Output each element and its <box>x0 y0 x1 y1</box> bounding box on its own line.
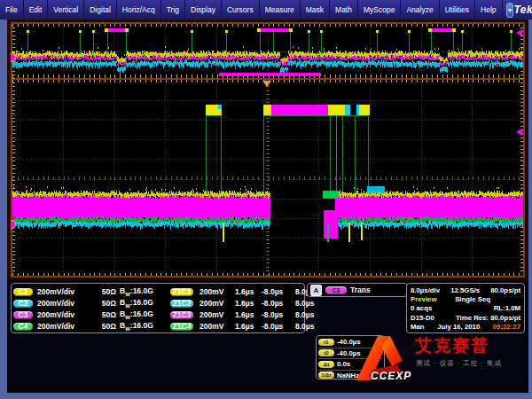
channel-badge-c2[interactable]: C2 <box>13 300 33 308</box>
cursor-readout-box: t1 -40.0µs t2 -40.0µs Δt 0.0s 1/Δt NaNHz <box>316 335 385 379</box>
channel-row-c3: C3 200mV/div 50Ω BW:16.0G Z1C3 200mV 1.6… <box>12 309 304 320</box>
zoom-end: 8.0µs <box>295 310 322 319</box>
zoom-end: 8.0µs <box>295 299 322 308</box>
zoom-end: 8.0µs <box>295 322 322 331</box>
trigger-type-label: Trans <box>350 286 371 294</box>
menu-horiz-acq[interactable]: Horiz/Acq <box>117 0 161 20</box>
zoom-timebase: 1.6µs <box>235 310 262 319</box>
resolution: 80.0ps/pt <box>490 286 520 294</box>
channel-scale: 200mV/div <box>37 287 93 296</box>
menu-display[interactable]: Display <box>185 0 222 20</box>
menu-edit[interactable]: Edit <box>24 0 49 20</box>
menu-cursors[interactable]: Cursors <box>222 0 260 20</box>
tek-logo: Tek <box>513 4 532 16</box>
channel-scale: 200mV/div <box>37 310 93 319</box>
zoom-start: -8.0µs <box>262 322 295 331</box>
channel-badge-c3[interactable]: C3 <box>13 311 33 319</box>
sample-rate: 12.5GS/s <box>450 286 480 294</box>
cursor-row-1dt: 1/Δt NaNHz <box>318 371 382 381</box>
zoom-timebase: 1.6µs <box>235 299 262 308</box>
menu-math[interactable]: Math <box>330 0 358 20</box>
menu-myscope[interactable]: MyScope <box>358 0 401 20</box>
trigger-source-badge[interactable]: C3 <box>325 286 347 294</box>
timebase-row-4: D15-D0 Time Res: 80.0ps/pt <box>411 313 520 322</box>
timebase-readout-box: 8.0µs/div 12.5GS/s 80.0ps/pt Preview Sin… <box>406 283 525 333</box>
channel-impedance: 50Ω <box>93 310 120 319</box>
cursor-dt-badge[interactable]: Δt <box>318 361 334 368</box>
channel-bandwidth: BW:16.0G <box>120 298 170 309</box>
timebase-row-1: 8.0µs/div 12.5GS/s 80.0ps/pt <box>411 286 520 294</box>
readout-panel: C1 200mV/div 50Ω BW:16.0G Z1C1 200mV 1.6… <box>7 280 528 393</box>
acquisition-status: Preview <box>411 295 436 303</box>
menu-help[interactable]: Help <box>475 0 502 20</box>
menu-overflow-button[interactable]: ▼ <box>506 3 514 18</box>
channel-impedance: 50Ω <box>93 299 120 308</box>
channel-bandwidth: BW:16.0G <box>120 309 170 320</box>
cursor-t2-badge[interactable]: t2 <box>318 349 334 356</box>
digital-channels: D15-D0 <box>411 314 434 322</box>
trigger-mode: Man <box>411 323 425 331</box>
cursor-dt-value: 0.0s <box>337 360 350 368</box>
cursor-t1-badge[interactable]: t1 <box>318 339 334 346</box>
channel-bandwidth: BW:16.0G <box>120 286 170 297</box>
zoom-start: -8.0µs <box>262 310 295 319</box>
menu-utilities[interactable]: Utilities <box>440 0 475 20</box>
channel-scale: 200mV/div <box>37 299 93 308</box>
zoom-scale: 200mV <box>200 322 235 331</box>
menu-trig[interactable]: Trig <box>161 0 185 20</box>
cursor-t1-value: -40.0µs <box>337 338 361 346</box>
channel-row-c4: C4 200mV/div 50Ω BW:16.0G Z1C4 200mV 1.6… <box>12 320 304 332</box>
acquisition-count: 0 acqs <box>411 304 432 312</box>
timebase-row-5: Man July 16, 2010 09:22:27 <box>411 322 520 331</box>
menu-mask[interactable]: Mask <box>301 0 330 20</box>
cursor-row-t1: t1 -40.0µs <box>318 337 382 348</box>
clock-time: 09:22:27 <box>493 323 520 331</box>
menubar-right: Tek _ X <box>513 3 532 18</box>
channel-bandwidth: BW:16.0G <box>120 321 170 332</box>
menu-file[interactable]: File <box>0 0 24 20</box>
channel-readout-box: C1 200mV/div 50Ω BW:16.0G Z1C1 200mV 1.6… <box>11 283 305 333</box>
record-length: RL:1.0M <box>494 304 520 312</box>
cursor-row-t2: t2 -40.0µs <box>318 348 382 360</box>
channel-impedance: 50Ω <box>93 322 120 331</box>
channel-row-c1: C1 200mV/div 50Ω BW:16.0G Z1C1 200mV 1.6… <box>12 286 304 297</box>
cursor-t2-value: -40.0µs <box>337 349 361 357</box>
time-resolution: Time Res: 80.0ps/pt <box>456 314 520 322</box>
channel-badge-c1[interactable]: C1 <box>13 288 33 296</box>
zoom-badge-z1c4[interactable]: Z1C4 <box>170 323 193 331</box>
trigger-a-icon: A <box>310 285 322 296</box>
cursor-1dt-badge[interactable]: 1/Δt <box>318 372 334 379</box>
acquisition-mode: Single Seq <box>455 295 490 303</box>
trigger-readout-box[interactable]: A C3 Trans <box>307 283 408 297</box>
window-bottom-edge <box>0 393 532 399</box>
chevron-down-icon: ▼ <box>507 7 513 13</box>
accexp-chinese-name: 艾克赛普 <box>415 334 489 357</box>
channel-impedance: 50Ω <box>93 287 120 296</box>
menu-bar: File Edit Vertical Digital Horiz/Acq Tri… <box>0 0 532 20</box>
menu-analyze[interactable]: Analyze <box>401 0 439 20</box>
horizontal-scale: 8.0µs/div <box>411 286 440 294</box>
zoom-start: -8.0µs <box>262 299 295 308</box>
zoom-badge-z1c1[interactable]: Z1C1 <box>170 288 193 296</box>
menu-digital[interactable]: Digital <box>84 0 117 20</box>
timebase-row-3: 0 acqs RL:1.0M <box>411 304 520 313</box>
menu-measure[interactable]: Measure <box>260 0 301 20</box>
zoom-scale: 200mV <box>200 299 235 308</box>
date-label: July 16, 2010 <box>437 323 480 331</box>
zoom-badge-z1c2[interactable]: Z1C2 <box>170 300 193 308</box>
accexp-tagline: 测试 · 仪器 · 工控 · 集成 <box>416 359 502 368</box>
cursor-1dt-value: NaNHz <box>337 372 359 379</box>
zoom-scale: 200mV <box>200 287 235 296</box>
menu-vertical[interactable]: Vertical <box>48 0 84 20</box>
channel-row-c2: C2 200mV/div 50Ω BW:16.0G Z1C2 200mV 1.6… <box>12 297 304 309</box>
waveform-graticule <box>11 22 525 278</box>
zoom-start: -8.0µs <box>262 287 295 296</box>
zoom-scale: 200mV <box>200 310 235 319</box>
waveform-display-area <box>7 20 528 280</box>
zoom-timebase: 1.6µs <box>235 287 262 296</box>
channel-badge-c4[interactable]: C4 <box>13 323 33 331</box>
channel-scale: 200mV/div <box>37 322 93 331</box>
zoom-timebase: 1.6µs <box>235 322 262 331</box>
zoom-badge-z1c3[interactable]: Z1C3 <box>170 311 193 319</box>
timebase-row-2: Preview Single Seq <box>411 294 520 303</box>
